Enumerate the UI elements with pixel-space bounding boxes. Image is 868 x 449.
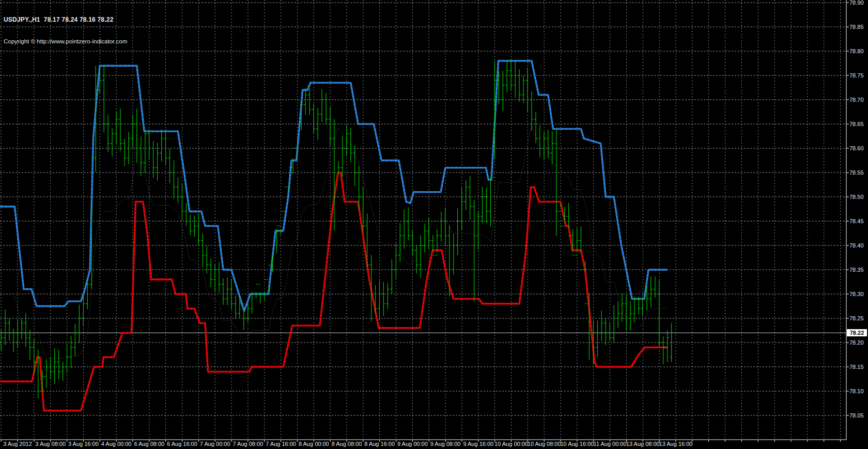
time-axis-label: 13 Aug 16:00 — [659, 441, 693, 447]
time-axis-label: 4 Aug 00:00 — [101, 441, 132, 447]
chart-canvas[interactable] — [0, 0, 868, 449]
time-axis-label: 10 Aug 08:00 — [528, 441, 561, 447]
time-axis-label: 8 Aug 16:00 — [364, 441, 395, 447]
time-axis-label: 7 Aug 00:00 — [200, 441, 230, 447]
time-axis-label: 7 Aug 08:00 — [233, 441, 264, 447]
price-axis-label: 78.25 — [849, 315, 867, 321]
price-axis-label: 78.80 — [849, 48, 867, 54]
ohlc-bars — [0, 59, 673, 398]
price-axis-label: 78.65 — [849, 121, 867, 127]
price-axis-label: 78.15 — [849, 364, 867, 370]
price-axis-label: 78.90 — [849, 0, 867, 6]
price-axis-label: 78.60 — [849, 145, 867, 151]
time-axis-label: 3 Aug 2012 — [3, 441, 32, 447]
lower-band-dash-overlay — [0, 173, 668, 411]
symbol-title: USDJPY.,H1 — [4, 16, 40, 23]
price-axis-label: 78.40 — [849, 242, 867, 249]
time-axis-label: 10 Aug 00:00 — [494, 441, 528, 447]
time-axis-label: 6 Aug 16:00 — [167, 441, 197, 447]
price-axis-label: 78.75 — [849, 72, 867, 79]
price-axis-label: 78.35 — [849, 267, 867, 273]
time-axis-label: 8 Aug 00:00 — [299, 441, 329, 447]
price-axis-label: 78.20 — [849, 339, 867, 346]
upper-band-dash-overlay — [0, 61, 668, 311]
time-axis-label: 9 Aug 08:00 — [430, 441, 461, 447]
time-axis-label: 9 Aug 00:00 — [397, 441, 428, 447]
price-axis-label: 78.85 — [849, 24, 867, 30]
upper-band-line — [0, 61, 668, 311]
price-axis-label: 78.70 — [849, 97, 867, 103]
time-axis-label: 8 Aug 08:00 — [332, 441, 362, 447]
time-axis-label: 3 Aug 08:00 — [35, 441, 66, 447]
trading-chart-window: USDJPY.,H1 78.17 78.24 78.16 78.22 Copyr… — [0, 0, 868, 449]
time-axis-label: 7 Aug 16:00 — [266, 441, 296, 447]
price-axis-label: 78.05 — [849, 412, 867, 419]
price-axis-label: 78.55 — [849, 169, 867, 176]
time-axis-label: 13 Aug 08:00 — [626, 441, 660, 447]
current-price-badge: 78.22 — [847, 329, 867, 336]
indicator-copyright: Copyright © http://www.pointzero-indicat… — [4, 38, 127, 45]
price-axis-label: 78.30 — [849, 291, 867, 297]
time-axis-label: 11 Aug 00:00 — [594, 441, 627, 447]
price-axis-label: 78.50 — [849, 194, 867, 200]
lower-band-line — [0, 173, 668, 411]
chart-title-block: USDJPY.,H1 78.17 78.24 78.16 78.22 Copyr… — [4, 2, 127, 59]
symbol-timeframe-quote: USDJPY.,H1 78.17 78.24 78.16 78.22 — [4, 16, 127, 23]
price-axis-label: 78.10 — [849, 388, 867, 394]
time-axis-label: 6 Aug 08:00 — [134, 441, 164, 447]
time-axis-label: 3 Aug 16:00 — [68, 441, 99, 447]
time-axis-label: 9 Aug 16:00 — [463, 441, 493, 447]
quote-ohlc: 78.17 78.24 78.16 78.22 — [44, 16, 114, 23]
time-axis-label: 10 Aug 16:00 — [560, 441, 594, 447]
price-axis-label: 78.45 — [849, 218, 867, 224]
